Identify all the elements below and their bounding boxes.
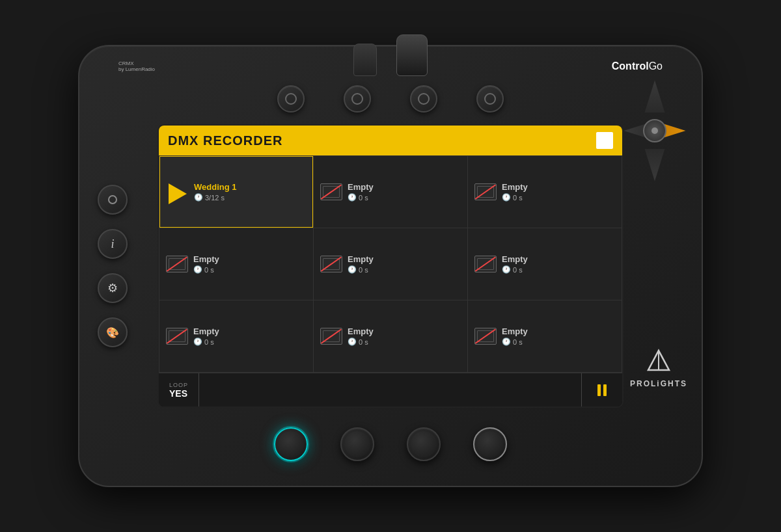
slot-5-icon — [320, 256, 342, 273]
top-button-1[interactable] — [277, 85, 305, 113]
slot-6-info: Empty 🕐 0 s — [502, 254, 528, 274]
screen-header: DMX RECORDER — [159, 126, 622, 155]
pause-bar-right — [603, 384, 607, 396]
prolights-logo: PROLiGHTS — [630, 348, 687, 388]
screen-title: DMX RECORDER — [168, 133, 282, 148]
slot-4-icon — [166, 256, 188, 273]
slot-2-name: Empty — [348, 182, 374, 193]
gear-icon: ⚙ — [107, 281, 118, 295]
bottom-button-2[interactable] — [340, 427, 374, 461]
slot-9-name: Empty — [502, 326, 528, 337]
pause-bar-left — [597, 384, 601, 396]
bottom-button-4[interactable] — [473, 427, 507, 461]
slot-4[interactable]: Empty 🕐 0 s — [159, 228, 313, 300]
nav-up[interactable] — [640, 79, 669, 113]
clock-icon-9: 🕐 — [502, 338, 511, 346]
clock-icon-8: 🕐 — [348, 338, 357, 346]
slot-6[interactable]: Empty 🕐 0 s — [468, 228, 622, 300]
slot-8[interactable]: Empty 🕐 0 s — [314, 300, 467, 372]
slot-9-info: Empty 🕐 0 s — [502, 326, 528, 347]
slot-6-name: Empty — [502, 254, 528, 265]
slot-5[interactable]: Empty 🕐 0 s — [314, 228, 467, 300]
slot-9[interactable]: Empty 🕐 0 s — [468, 300, 622, 372]
slot-7-info: Empty 🕐 0 s — [193, 326, 219, 347]
slot-7[interactable]: Empty 🕐 0 s — [159, 300, 313, 372]
screen-footer: LOOP YES — [159, 373, 622, 406]
slot-9-icon — [474, 328, 497, 345]
slot-4-name: Empty — [193, 254, 219, 265]
screen: DMX RECORDER Wedding 1 🕐 — [159, 126, 622, 406]
slot-8-time: 🕐 0 s — [348, 338, 374, 346]
slot-3-icon — [474, 183, 497, 200]
prolights-label: PROLiGHTS — [630, 379, 687, 388]
slot-8-icon — [320, 328, 342, 345]
slot-1-icon — [167, 183, 189, 200]
top-connectors — [353, 34, 428, 76]
slot-3-info: Empty 🕐 0 s — [502, 182, 528, 202]
pause-section[interactable] — [582, 373, 622, 406]
bottom-button-3[interactable] — [407, 427, 441, 461]
nav-wheel-container — [622, 66, 687, 196]
device-body: CRMX by LumenRadio ControlGo i ⚙ 🎨 — [78, 45, 703, 487]
settings-button[interactable]: ⚙ — [98, 273, 128, 303]
slot-5-info: Empty 🕐 0 s — [348, 254, 374, 274]
slot-3-name: Empty — [502, 182, 528, 193]
palette-icon: 🎨 — [106, 326, 119, 339]
slot-6-time: 🕐 0 s — [502, 265, 528, 274]
slot-5-time: 🕐 0 s — [348, 265, 374, 274]
screen-container: DMX RECORDER Wedding 1 🕐 — [158, 124, 623, 408]
slot-5-name: Empty — [348, 254, 374, 265]
top-button-2[interactable] — [344, 85, 371, 113]
top-round-buttons — [277, 85, 504, 113]
slot-1-name: Wedding 1 — [194, 182, 236, 193]
pause-icon — [597, 384, 607, 396]
clock-icon-4: 🕐 — [193, 265, 202, 274]
clock-icon-1: 🕐 — [194, 193, 203, 202]
slot-9-time: 🕐 0 s — [502, 338, 528, 346]
slot-7-time: 🕐 0 s — [193, 338, 219, 346]
palette-button[interactable]: 🎨 — [98, 317, 128, 347]
connector-left — [353, 44, 377, 76]
record-button[interactable] — [98, 185, 128, 215]
slot-2-icon — [320, 183, 342, 200]
clock-icon-6: 🕐 — [502, 265, 511, 274]
footer-center — [199, 373, 582, 406]
prolights-icon — [644, 348, 673, 377]
top-button-4[interactable] — [476, 85, 504, 113]
slot-1-time: 🕐 3/12 s — [194, 193, 236, 202]
clock-icon-5: 🕐 — [348, 265, 357, 274]
slot-2-info: Empty 🕐 0 s — [348, 182, 374, 202]
slot-8-info: Empty 🕐 0 s — [348, 326, 374, 347]
loop-value: YES — [169, 388, 188, 399]
slot-7-icon — [166, 328, 188, 345]
clock-icon-2: 🕐 — [348, 193, 357, 202]
slot-8-name: Empty — [348, 326, 374, 337]
record-icon — [108, 195, 117, 204]
top-button-3[interactable] — [410, 85, 437, 113]
info-icon: i — [111, 237, 114, 251]
nav-wheel[interactable] — [622, 79, 687, 183]
slot-3-time: 🕐 0 s — [502, 193, 528, 202]
left-buttons: i ⚙ 🎨 — [98, 185, 128, 347]
connector-center — [396, 34, 428, 76]
clock-icon-3: 🕐 — [502, 193, 511, 202]
stop-button[interactable] — [596, 132, 613, 149]
clock-icon-7: 🕐 — [193, 338, 202, 346]
slot-1[interactable]: Wedding 1 🕐 3/12 s — [159, 156, 313, 228]
slot-4-info: Empty 🕐 0 s — [193, 254, 219, 274]
slot-3[interactable]: Empty 🕐 0 s — [468, 156, 622, 228]
loop-section[interactable]: LOOP YES — [159, 373, 199, 406]
bottom-buttons — [274, 427, 507, 461]
info-button[interactable]: i — [98, 229, 128, 259]
crmx-logo: CRMX by LumenRadio — [118, 60, 155, 72]
slot-7-name: Empty — [193, 326, 219, 337]
bottom-button-1[interactable] — [274, 427, 308, 461]
loop-label: LOOP — [169, 382, 188, 388]
slot-2[interactable]: Empty 🕐 0 s — [314, 156, 467, 228]
nav-down[interactable] — [640, 149, 669, 183]
play-icon — [169, 183, 187, 204]
slot-1-info: Wedding 1 🕐 3/12 s — [194, 182, 236, 202]
slot-2-time: 🕐 0 s — [348, 193, 374, 202]
nav-center-button[interactable] — [643, 119, 666, 142]
slots-grid: Wedding 1 🕐 3/12 s Empty — [159, 155, 622, 373]
